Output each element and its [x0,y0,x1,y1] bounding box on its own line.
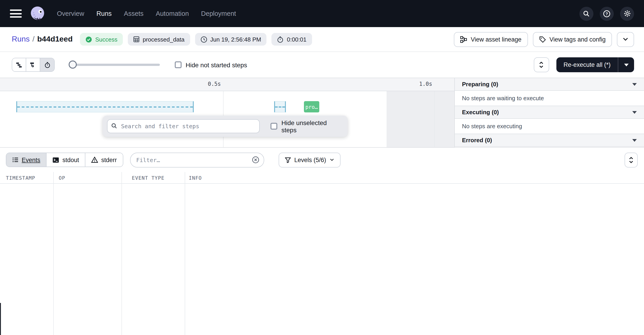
gridline-1-0s [434,91,435,147]
unfold-steps-button[interactable] [534,57,549,72]
clear-filter-icon[interactable] [252,156,259,163]
table-header: TIMESTAMP OP EVENT TYPE INFO [0,172,644,184]
step-status-panel: Preparing (0) No steps are waiting to ex… [454,78,644,147]
tick-1-0s: 1.0s [419,81,432,87]
start-time-badge: Jun 19, 2:56:48 PM [195,33,267,46]
event-log-table: 2:56:48.780 PM processed_data ASSET_MATE… [0,172,644,335]
panel-errored-header[interactable]: Errored (0) [455,134,644,147]
clock-icon [200,36,207,43]
stopwatch-small-icon [44,62,50,68]
scrollbar-thumb[interactable] [0,303,1,335]
panel-executing-header[interactable]: Executing (0) [455,106,644,119]
navbar-actions: ? [580,6,634,20]
run-header: Runs/b44d1eed Success processed_data Jun… [0,27,644,52]
hide-unselected-checkbox[interactable] [270,123,277,130]
warning-icon [91,157,98,163]
log-tabs: Events stdout stderr [6,152,123,167]
gantt-chart: 0.5s 1.0s pro… Hide unselected steps [0,78,454,147]
col-op: OP [59,175,65,181]
duration-badge: 0:00:01 [272,33,312,46]
dagster-run-page: Overview Runs Assets Automation Deployme… [0,0,644,335]
search-icon [583,10,590,17]
breadcrumb: Runs/b44d1eed [12,35,73,44]
hide-not-started-checkbox-row[interactable]: Hide not started steps [175,61,247,68]
expand-log-button[interactable] [624,152,638,167]
hide-not-started-label: Hide not started steps [186,61,247,68]
panel-preparing-header[interactable]: Preparing (0) [455,78,644,91]
reexecute-dropdown-button[interactable] [618,57,634,72]
waterfall-view-icon [30,62,36,68]
gantt-filter-overlay: Hide unselected steps [102,116,348,137]
view-mode-flat-button[interactable] [12,58,26,71]
nav-overview[interactable]: Overview [57,10,84,17]
gantt-section: 0.5s 1.0s pro… Hide unselected steps [0,78,644,148]
funnel-icon [285,157,290,163]
nav-runs[interactable]: Runs [96,10,112,17]
settings-button[interactable] [620,6,634,20]
lineage-icon [460,36,467,43]
nav-deployment[interactable]: Deployment [201,10,236,17]
view-mode-timed-button[interactable] [40,58,54,71]
col-timestamp: TIMESTAMP [6,175,35,181]
step-search-input[interactable] [107,119,260,133]
top-navbar: Overview Runs Assets Automation Deployme… [0,0,644,27]
panel-executing-body: No steps are executing [455,119,644,134]
help-icon: ? [603,10,610,18]
help-button[interactable]: ? [600,6,614,20]
levels-filter-button[interactable]: Levels (5/6) [278,152,340,167]
flat-view-icon [16,62,22,68]
gantt-span-bar-small[interactable] [274,101,286,112]
col-event-type: EVENT TYPE [132,175,164,181]
gantt-toolbar: Hide not started steps Re-execute all (*… [0,52,644,78]
unfold-icon [629,156,634,163]
hamburger-menu-icon[interactable] [10,10,22,18]
gantt-step-chip[interactable]: pro… [304,101,319,112]
panel-preparing-body: No steps are waiting to execute [455,91,644,106]
gantt-span-bar[interactable] [16,101,194,112]
unfold-icon [539,62,544,68]
header-more-actions-button[interactable] [617,32,634,47]
column-divider [185,172,185,335]
nav-automation[interactable]: Automation [156,10,189,17]
gantt-time-scale: 0.5s 1.0s [0,78,454,91]
main-nav: Overview Runs Assets Automation Deployme… [57,10,236,17]
status-badge: Success [80,33,123,46]
column-divider [53,172,54,335]
col-info: INFO [189,175,202,181]
terminal-icon [52,157,60,163]
log-filter [130,152,264,167]
caret-down-icon [624,64,628,66]
tab-stdout[interactable]: stdout [47,153,86,166]
zoom-slider[interactable] [70,64,160,66]
reexecute-all-button[interactable]: Re-execute all (*) [556,57,634,72]
dagster-logo-icon[interactable] [29,5,46,22]
after-run-band [386,91,454,147]
run-id: b44d1eed [37,35,73,43]
tick-0-5s: 0.5s [208,81,221,87]
breadcrumb-separator: / [30,35,37,43]
view-mode-waterfall-button[interactable] [26,58,40,71]
zoom-slider-thumb[interactable] [69,60,77,69]
log-filter-input[interactable] [130,152,264,167]
caret-down-icon [632,83,637,86]
svg-text:?: ? [606,12,608,16]
events-list-icon [12,157,18,163]
stopwatch-icon [277,36,284,43]
view-tags-config-button[interactable]: View tags and config [533,32,612,47]
tab-stderr[interactable]: stderr [85,153,122,166]
hide-not-started-checkbox[interactable] [175,62,182,68]
hide-unselected-label: Hide unselected steps [281,119,343,134]
hide-unselected-checkbox-row[interactable]: Hide unselected steps [270,119,343,134]
tab-events[interactable]: Events [6,153,47,166]
caret-down-icon [632,111,637,114]
search-button[interactable] [580,6,594,20]
nav-assets[interactable]: Assets [124,10,144,17]
events-toolbar: Events stdout stderr Levels (5/6) [0,148,644,172]
view-asset-lineage-button[interactable]: View asset lineage [454,32,528,47]
gantt-view-mode-group [12,58,55,72]
caret-down-icon [632,139,637,142]
asset-tag-badge[interactable]: processed_data [128,33,190,46]
tag-icon [539,36,546,43]
chevron-down-icon [330,158,334,161]
breadcrumb-runs-link[interactable]: Runs [12,35,30,43]
